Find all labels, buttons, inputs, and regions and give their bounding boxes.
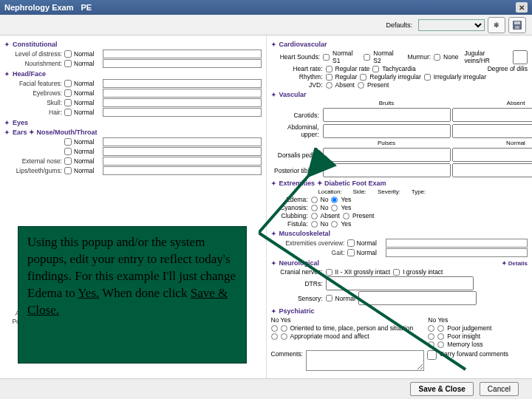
label-nourishment: Nourishment: bbox=[4, 60, 62, 67]
distress-normal-cb[interactable] bbox=[64, 50, 72, 58]
save-disk-icon[interactable] bbox=[508, 17, 526, 33]
defaults-label: Defaults: bbox=[386, 21, 412, 29]
right-panel: Cardiovascular Heart Sounds:Normal S1Nor… bbox=[267, 35, 533, 383]
instruction-callout: Using this popup and/or the system popup… bbox=[18, 226, 247, 364]
close-icon[interactable]: ✕ bbox=[516, 2, 528, 13]
comments-textarea[interactable] bbox=[306, 350, 424, 371]
section-headface[interactable]: Head/Face bbox=[4, 70, 262, 78]
refresh-icon[interactable]: ✻ bbox=[488, 17, 505, 33]
details-link[interactable]: ✦ Details bbox=[502, 260, 528, 267]
toolbar: Defaults: ✻ bbox=[0, 15, 532, 35]
label-edema: Edema: bbox=[271, 196, 308, 203]
section-constitutional[interactable]: Constitutional bbox=[4, 41, 262, 48]
svg-rect-2 bbox=[515, 26, 519, 29]
section-musculoskeletal[interactable]: Musculoskeletal bbox=[271, 230, 528, 237]
tab-label: PE bbox=[81, 3, 92, 12]
edema-no[interactable] bbox=[311, 197, 318, 203]
titlebar: Nephrology Exam PE ✕ bbox=[0, 0, 532, 15]
defaults-select[interactable] bbox=[418, 19, 485, 31]
section-cardiovascular[interactable]: Cardiovascular bbox=[271, 41, 528, 48]
section-extremities[interactable]: Extremities ✦ Diabetic Foot Exam bbox=[271, 180, 528, 187]
section-enmt[interactable]: Ears ✦ Nose/Mouth/Throat bbox=[4, 129, 262, 136]
svg-rect-1 bbox=[514, 21, 520, 24]
section-eyes[interactable]: Eyes bbox=[4, 119, 262, 126]
save-close-button[interactable]: Save & Close bbox=[410, 382, 473, 396]
cancel-button[interactable]: Cancel bbox=[480, 382, 519, 396]
section-neurological[interactable]: Neurological✦ Details bbox=[271, 259, 528, 267]
nourishment-input[interactable] bbox=[103, 59, 262, 68]
label-distress: Level of distress: bbox=[4, 50, 62, 58]
section-vascular[interactable]: Vascular bbox=[271, 91, 528, 98]
footer: Save & Close Cancel bbox=[0, 378, 532, 399]
distress-input[interactable] bbox=[103, 50, 262, 58]
edema-yes[interactable] bbox=[331, 197, 338, 203]
window-title: Nephrology Exam bbox=[4, 3, 74, 12]
nourishment-normal-cb[interactable] bbox=[64, 60, 72, 67]
section-psychiatric[interactable]: Psychiatric bbox=[271, 307, 528, 315]
